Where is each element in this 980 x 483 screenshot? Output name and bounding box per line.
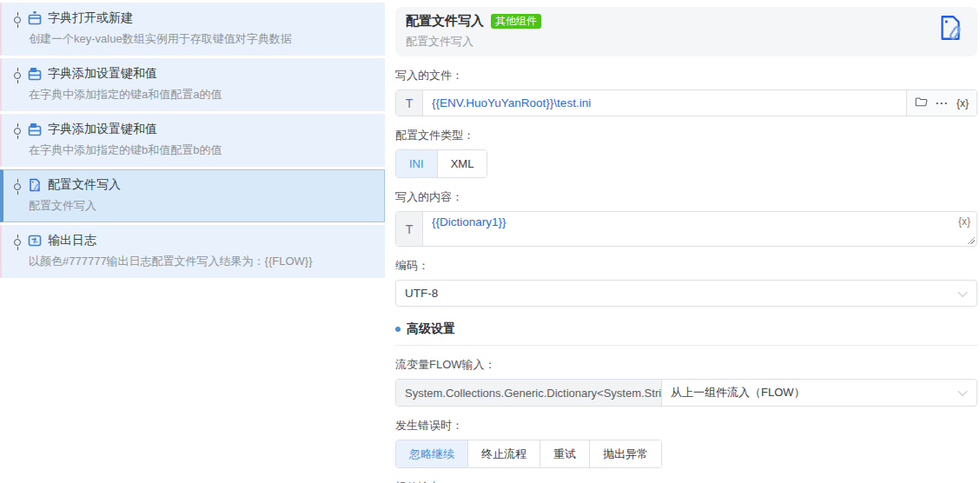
chevron-down-icon — [957, 387, 967, 396]
flow-step-log-output[interactable]: 输出日志 以颜色#777777输出日志配置文件写入结果为：{{FLOW}} — [0, 225, 385, 278]
flow-step-dict-set-a[interactable]: 字典添加设置键和值 在字典中添加指定的键a和值配置a的值 — [0, 58, 385, 111]
content-input-group: T {{Dictionary1}} {x} — [395, 211, 977, 247]
error-option-stop[interactable]: 终止流程 — [468, 440, 540, 467]
step-title: 字典添加设置键和值 — [48, 122, 157, 137]
section-divider — [395, 345, 977, 346]
error-handling-toggle: 忽略继续 终止流程 重试 抛出异常 — [395, 440, 662, 468]
config-type-toggle: INI XML — [395, 149, 487, 178]
panel-subtitle: 配置文件写入 — [406, 34, 967, 50]
connector-anchor — [14, 128, 21, 135]
error-option-throw[interactable]: 抛出异常 — [590, 440, 661, 467]
content-value: {{Dictionary1}} — [432, 215, 507, 228]
flow-step-dict-open[interactable]: 字典打开或新建 创建一个key-value数组实例用于存取键值对字典数据 — [0, 3, 385, 56]
type-option-ini[interactable]: INI — [396, 150, 438, 177]
connector-anchor — [14, 17, 21, 23]
flow-source-select[interactable]: 从上一组件流入（FLOW） — [662, 380, 977, 406]
error-field-label: 发生错误时： — [395, 418, 977, 433]
category-badge: 其他组件 — [491, 14, 541, 29]
connector-anchor — [14, 239, 21, 246]
dictionary-new-icon — [28, 11, 42, 25]
step-desc: 创建一个key-value数组实例用于存取键值对字典数据 — [29, 31, 377, 47]
flow-step-dict-set-b[interactable]: 字典添加设置键和值 在字典中添加指定的键b和值配置b的值 — [0, 114, 385, 167]
section-dot-icon — [395, 327, 401, 332]
step-desc: 在字典中添加指定的键a和值配置a的值 — [29, 87, 377, 103]
step-title: 字典打开或新建 — [48, 10, 133, 26]
step-title: 输出日志 — [48, 233, 96, 248]
encoding-value: UTF-8 — [405, 287, 438, 300]
encoding-select[interactable]: UTF-8 — [395, 280, 977, 307]
flow-input-group: System.Collections.Generic.Dictionary<Sy… — [395, 379, 977, 407]
folder-browse-icon[interactable] — [915, 96, 928, 110]
resize-handle-icon[interactable] — [967, 236, 975, 244]
flow-source-value: 从上一组件流入（FLOW） — [671, 385, 805, 400]
flow-step-list: 字典打开或新建 创建一个key-value数组实例用于存取键值对字典数据 字典添… — [0, 0, 385, 281]
file-field-label: 写入的文件： — [395, 68, 977, 83]
type-option-xml[interactable]: XML — [438, 150, 487, 177]
advanced-settings-section[interactable]: 高级设置 — [395, 321, 977, 337]
flow-field-label: 流变量FLOW输入： — [395, 357, 977, 373]
panel-header: 配置文件写入 其他组件 配置文件写入 — [395, 7, 977, 56]
panel-title: 配置文件写入 — [406, 13, 484, 30]
error-option-retry[interactable]: 重试 — [540, 440, 590, 467]
type-field-label: 配置文件类型： — [395, 128, 977, 143]
file-input-group: T {{ENV.HuoYuYanRoot}}\test.ini ··· {x} — [395, 89, 977, 116]
insert-variable-icon[interactable]: {x} — [957, 97, 969, 109]
encoding-field-label: 编码： — [395, 258, 977, 274]
file-path-input[interactable]: {{ENV.HuoYuYanRoot}}\test.ini — [423, 90, 906, 116]
component-config-panel: 配置文件写入 其他组件 配置文件写入 写入的文件： T {{ENV.HuoYuY… — [395, 0, 977, 483]
step-title: 配置文件写入 — [48, 177, 121, 193]
connector-anchor — [14, 183, 21, 190]
more-options-icon[interactable]: ··· — [936, 97, 949, 109]
flow-variable-type: System.Collections.Generic.Dictionary<Sy… — [396, 380, 662, 406]
dictionary-add-icon — [28, 122, 42, 136]
step-desc: 以颜色#777777输出日志配置文件写入结果为：{{FLOW}} — [29, 254, 377, 269]
config-file-write-icon — [28, 178, 42, 192]
text-type-prefix: T — [396, 90, 423, 116]
flow-step-config-write[interactable]: 配置文件写入 配置文件写入 — [0, 169, 385, 222]
error-option-ignore[interactable]: 忽略继续 — [396, 440, 468, 467]
log-output-icon — [28, 234, 42, 248]
chevron-down-icon — [957, 287, 967, 296]
step-desc: 配置文件写入 — [29, 198, 377, 214]
file-input-tools: ··· {x} — [906, 90, 977, 116]
output-field-label: 组件输出： — [395, 480, 977, 483]
dictionary-add-icon — [28, 67, 42, 81]
content-textarea[interactable]: {{Dictionary1}} {x} — [423, 212, 977, 246]
text-type-prefix: T — [396, 212, 423, 246]
step-desc: 在字典中添加指定的键b和值配置b的值 — [29, 142, 377, 158]
content-field-label: 写入的内容： — [395, 189, 977, 205]
advanced-settings-title: 高级设置 — [407, 321, 455, 337]
insert-variable-icon[interactable]: {x} — [958, 215, 970, 228]
config-file-write-icon — [936, 13, 965, 46]
connector-anchor — [14, 72, 21, 79]
step-title: 字典添加设置键和值 — [48, 66, 157, 82]
